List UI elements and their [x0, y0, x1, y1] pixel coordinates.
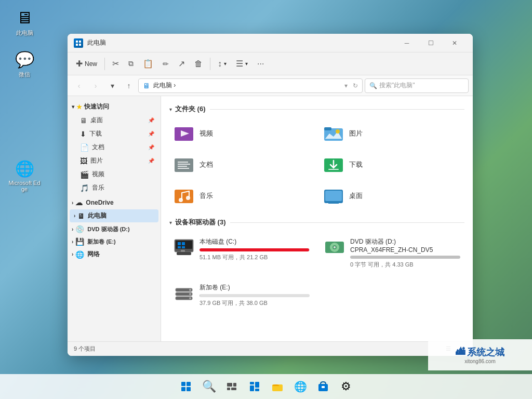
sidebar-quick-access-header[interactable]: ▾ ★ 快速访问	[68, 100, 161, 113]
dvd-sidebar-label: DVD 驱动器 (D:)	[87, 225, 129, 233]
taskbar-store-button[interactable]	[313, 376, 334, 397]
onedrive-label: OneDrive	[86, 199, 113, 206]
c-drive-size: 51.1 MB 可用，共 21.2 GB	[200, 254, 310, 261]
this-pc-sidebar-icon: 🖥	[77, 212, 85, 220]
network-sidebar-label: 网络	[87, 250, 100, 259]
sidebar-onedrive-header[interactable]: › ☁ OneDrive	[68, 196, 161, 209]
desktop-icon-wechat[interactable]: 💬 微信	[6, 47, 43, 81]
dvd-drive-size: 0 字节 可用，共 4.33 GB	[350, 261, 460, 269]
search-box[interactable]: 🔍 搜索"此电脑"	[365, 78, 469, 93]
taskbar-explorer-button[interactable]	[267, 376, 288, 397]
addressbar: ‹ › ▾ ↑ 🖥 此电脑 › ▾ ↻ 🔍 搜索"此电脑"	[68, 75, 473, 96]
sidebar-this-pc-header[interactable]: › 🖥 此电脑	[70, 209, 158, 222]
wechat-label: 微信	[19, 71, 30, 78]
more-button[interactable]: ···	[253, 57, 268, 71]
pictures-folder-icon	[323, 123, 344, 144]
sidebar-item-desktop[interactable]: 🖥 桌面 📌	[76, 114, 158, 127]
e-drive-bar	[200, 294, 310, 297]
forward-button: ›	[88, 78, 103, 93]
copy-button[interactable]: ⧉	[124, 57, 138, 70]
pictures-sidebar-icon: 🖼	[80, 157, 87, 165]
svg-rect-43	[181, 382, 185, 386]
recent-button[interactable]: ▾	[105, 78, 119, 93]
pin-icon-2: 📌	[148, 131, 154, 137]
svg-rect-27	[181, 250, 185, 252]
taskbar-edge-button[interactable]: 🌐	[290, 376, 311, 397]
svg-point-20	[186, 196, 190, 200]
this-pc-sidebar-label: 此电脑	[88, 211, 107, 220]
up-button[interactable]: ↑	[122, 78, 136, 93]
folder-grid: 视频 图片	[169, 120, 464, 209]
folder-item-downloads[interactable]: 下载	[319, 151, 464, 178]
sidebar-network-header[interactable]: › 🌐 网络	[68, 248, 161, 261]
new-button[interactable]: ✚ New	[72, 57, 101, 71]
sidebar-item-documents[interactable]: 📄 文档 📌	[76, 141, 158, 154]
window-icon	[74, 38, 83, 48]
sidebar-item-downloads[interactable]: ⬇ 下载 📌	[76, 127, 158, 140]
toolbar-separator-1	[104, 58, 105, 70]
taskbar-search-button[interactable]: 🔍	[198, 376, 219, 397]
paste-button[interactable]: 📋	[139, 57, 157, 71]
network-sidebar-icon: 🌐	[75, 250, 84, 259]
svg-rect-49	[227, 388, 230, 390]
folder-item-documents[interactable]: 文档	[169, 151, 315, 178]
maximize-button[interactable]: ☐	[419, 35, 443, 51]
svg-rect-50	[231, 388, 236, 390]
taskbar-taskview-button[interactable]	[221, 376, 242, 397]
address-input[interactable]: 🖥 此电脑 › ▾ ↻	[138, 78, 363, 93]
dvd-drive-bar	[350, 256, 460, 259]
folder-item-pictures[interactable]: 图片	[319, 120, 464, 147]
videos-folder-icon	[174, 123, 194, 144]
quick-access-chevron: ▾	[72, 104, 74, 110]
desktop-icon-this-pc[interactable]: 🖥 此电脑	[6, 5, 43, 39]
view-button[interactable]: ☰ ▾	[232, 57, 252, 71]
folder-item-music[interactable]: 音乐	[169, 182, 315, 209]
window-title: 此电脑	[87, 38, 395, 47]
minimize-button[interactable]: ─	[395, 35, 419, 51]
drive-item-c[interactable]: 本地磁盘 (C:) 51.1 MB 可用，共 21.2 GB	[169, 233, 314, 273]
sidebar-quick-access-section: ▾ ★ 快速访问 🖥 桌面 📌 ⬇ 下载 📌	[68, 100, 161, 194]
drive-item-e[interactable]: 新加卷 (E:) 37.9 GB 可用，共 38.0 GB	[169, 279, 314, 311]
taskbar: 🔍 🌐	[0, 374, 532, 399]
drive-item-dvd[interactable]: DVD 驱动器 (D:) CPRA_X64FRE_ZH-CN_DV5 0 字节 …	[320, 233, 464, 273]
svg-point-19	[179, 198, 183, 202]
new-volume-sidebar-label: 新加卷 (E:)	[87, 238, 115, 246]
taskbar-settings-button[interactable]: ⚙	[336, 376, 356, 397]
taskbar-widgets-button[interactable]	[244, 376, 265, 397]
sidebar-item-pictures[interactable]: 🖼 图片 📌	[76, 154, 158, 167]
folder-item-desktop[interactable]: 桌面	[319, 182, 464, 209]
close-button[interactable]: ✕	[443, 35, 467, 51]
sort-button[interactable]: ↕ ▾	[214, 57, 231, 71]
back-button: ‹	[72, 78, 86, 93]
svg-rect-12	[178, 162, 188, 163]
svg-rect-2	[76, 44, 78, 46]
cut-button[interactable]: ✂	[108, 57, 123, 71]
sidebar-new-volume-header[interactable]: › 💾 新加卷 (E:)	[68, 235, 161, 248]
desktop: 🖥 此电脑 💬 微信 🌐 Microsoft Edge 此电脑 ─ ☐	[0, 0, 532, 399]
toolbar-separator-2	[210, 58, 210, 70]
delete-button[interactable]: 🗑	[190, 57, 207, 71]
svg-rect-22	[325, 191, 342, 201]
svg-rect-30	[182, 242, 185, 245]
share-button[interactable]: ↗	[174, 57, 189, 71]
e-drive-size: 37.9 GB 可用，共 38.0 GB	[200, 299, 310, 307]
sidebar-item-music[interactable]: 🎵 音乐	[76, 181, 158, 194]
watermark-icon: 🏙	[456, 347, 465, 357]
svg-rect-45	[181, 387, 185, 391]
this-pc-icon: 🖥	[14, 7, 35, 28]
downloads-folder-icon	[323, 154, 344, 175]
folder-item-videos[interactable]: 视频	[169, 120, 315, 147]
svg-rect-18	[175, 190, 193, 203]
sidebar-dvd-header[interactable]: › 💿 DVD 驱动器 (D:)	[68, 223, 161, 235]
svg-rect-11	[175, 158, 193, 172]
taskbar-start-button[interactable]	[176, 376, 196, 397]
documents-sidebar-icon: 📄	[80, 143, 89, 152]
svg-point-40	[189, 289, 191, 291]
watermark-url: xitong86.com	[464, 358, 495, 364]
sidebar: ▾ ★ 快速访问 🖥 桌面 📌 ⬇ 下载 📌	[68, 96, 161, 341]
desktop-icon-edge[interactable]: 🌐 Microsoft Edge	[6, 156, 43, 194]
devices-title: 设备和驱动器 (3)	[175, 218, 226, 227]
sidebar-item-videos[interactable]: 🎬 视频	[76, 168, 158, 181]
svg-point-42	[189, 297, 191, 299]
rename-button[interactable]: ✏	[158, 58, 173, 70]
